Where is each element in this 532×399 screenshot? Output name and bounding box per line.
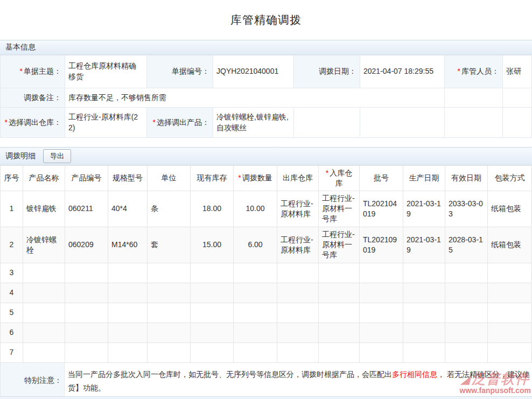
col-seq-header: 序号	[1, 166, 23, 191]
table-row-empty: 3	[1, 263, 532, 283]
table-cell	[65, 263, 108, 283]
table-cell	[445, 323, 488, 342]
out-product-value: 冷镀锌螺栓,镀锌扁铁,自攻螺丝	[213, 108, 294, 138]
table-cell	[445, 263, 488, 283]
remark-label: 调拨备注：	[1, 88, 65, 108]
table-cell: M14*60	[108, 227, 148, 263]
table-cell: 2033-03-03	[445, 191, 488, 227]
detail-table: 序号 产品名称 产品编号 规格型号 单位 现有库存 *调拨数量 出库仓库 *入库…	[0, 165, 532, 363]
table-cell: 工程行业-原材料一号库	[319, 191, 360, 227]
detail-table-header-row: 序号 产品名称 产品编号 规格型号 单位 现有库存 *调拨数量 出库仓库 *入库…	[1, 166, 532, 191]
out-product-label: *选择调出产品：	[147, 108, 213, 138]
table-cell: 纸箱包装	[488, 227, 532, 263]
table-cell	[23, 303, 65, 323]
table-cell	[191, 263, 234, 283]
table-cell	[234, 303, 277, 323]
table-row-empty: 5	[1, 303, 532, 323]
col-product-code-header: 产品编号	[65, 166, 108, 191]
col-out-warehouse-header: 出库仓库	[277, 166, 319, 191]
table-cell	[148, 283, 191, 303]
table-cell	[403, 323, 445, 342]
table-cell	[65, 323, 108, 342]
table-cell: 2028-03-15	[445, 227, 488, 263]
notice-line-1: 当同一产品分多批次入同一仓库时，如无批号、无序列号等信息区分，调拨时根据产品，会…	[68, 368, 530, 381]
table-cell	[277, 263, 319, 283]
empty-cell	[503, 88, 532, 108]
required-asterisk: *	[20, 67, 23, 75]
table-row-empty: 4	[1, 283, 532, 303]
special-notice-body: 当同一产品分多批次入同一仓库时，如无批号、无序列号等信息区分，调拨时根据产品，会…	[65, 363, 532, 399]
table-cell	[108, 303, 148, 323]
form-row-3: *选择调出仓库： 工程行业-原材料库(22) *选择调出产品： 冷镀锌螺栓,镀锌…	[1, 108, 532, 138]
table-cell: 套	[148, 227, 191, 263]
table-cell: 工程行业-原材料库	[277, 191, 319, 227]
table-row-empty: 6	[1, 323, 532, 342]
table-cell: 2021-03-19	[403, 227, 445, 263]
form-row-2: 调拨备注： 库存数量不足，不够销售所需	[1, 88, 532, 108]
empty-cell	[503, 108, 532, 138]
required-asterisk: *	[326, 169, 328, 177]
table-cell	[319, 263, 360, 283]
table-cell	[108, 263, 148, 283]
table-cell: 3	[1, 263, 23, 283]
table-cell	[234, 323, 277, 342]
notice-line-2: 货】功能。	[68, 381, 530, 395]
table-cell: 6.00	[234, 227, 277, 263]
table-cell	[23, 263, 65, 283]
col-transfer-qty-header: *调拨数量	[234, 166, 277, 191]
table-cell	[445, 303, 488, 323]
table-cell	[65, 342, 108, 362]
doc-no-value: JQYH2021040001	[213, 55, 294, 88]
export-button[interactable]: 导出	[43, 149, 71, 163]
table-cell: 060211	[65, 191, 108, 227]
table-cell	[277, 303, 319, 323]
table-cell	[445, 283, 488, 303]
doc-no-label: 单据编号：	[147, 55, 213, 88]
table-cell: TL202109019	[360, 227, 403, 263]
table-cell: 镀锌扁铁	[23, 191, 65, 227]
notice-red-text: 多行相同信息	[392, 370, 437, 379]
table-cell	[234, 342, 277, 362]
basic-info-section-title: 基本信息	[5, 43, 36, 52]
required-asterisk: *	[238, 173, 241, 182]
col-prod-date-header: 生产日期	[403, 166, 445, 191]
page-title: 库管精确调拨	[230, 12, 302, 27]
out-warehouse-value: 工程行业-原材料库(22)	[65, 108, 147, 138]
subject-label: *单据主题：	[1, 55, 65, 88]
subject-value: 工程仓库原材料精确移货	[65, 55, 147, 88]
table-cell	[277, 283, 319, 303]
table-cell: TL202104019	[360, 191, 403, 227]
table-cell	[108, 323, 148, 342]
table-row-empty: 7	[1, 342, 532, 362]
page-header: 库管精确调拨	[0, 0, 532, 40]
table-cell: 2021-03-19	[403, 191, 445, 227]
table-cell	[488, 303, 532, 323]
table-cell	[319, 283, 360, 303]
table-cell	[277, 323, 319, 342]
table-cell: 纸箱包装	[488, 191, 532, 227]
required-asterisk: *	[458, 67, 460, 75]
table-cell	[148, 263, 191, 283]
out-warehouse-label: *选择调出仓库：	[1, 108, 65, 138]
bottom-section-strip	[0, 396, 532, 399]
table-cell: 条	[148, 191, 191, 227]
table-cell	[360, 283, 403, 303]
table-cell	[360, 263, 403, 283]
table-cell	[488, 342, 532, 362]
col-valid-date-header: 有效日期	[445, 166, 488, 191]
table-cell	[488, 283, 532, 303]
table-cell	[403, 283, 445, 303]
table-cell	[488, 263, 532, 283]
table-cell	[148, 342, 191, 362]
col-packing-header: 包装方式	[488, 166, 532, 191]
table-cell	[319, 323, 360, 342]
empty-cell	[294, 108, 360, 138]
col-stock-header: 现有库存	[191, 166, 234, 191]
required-asterisk: *	[153, 118, 156, 127]
basic-info-form: *单据主题： 工程仓库原材料精确移货 单据编号： JQYH2021040001 …	[0, 55, 532, 138]
empty-cell	[445, 108, 503, 138]
table-cell: 10.00	[234, 191, 277, 227]
required-asterisk: *	[5, 118, 8, 127]
table-cell	[403, 303, 445, 323]
table-cell	[403, 263, 445, 283]
